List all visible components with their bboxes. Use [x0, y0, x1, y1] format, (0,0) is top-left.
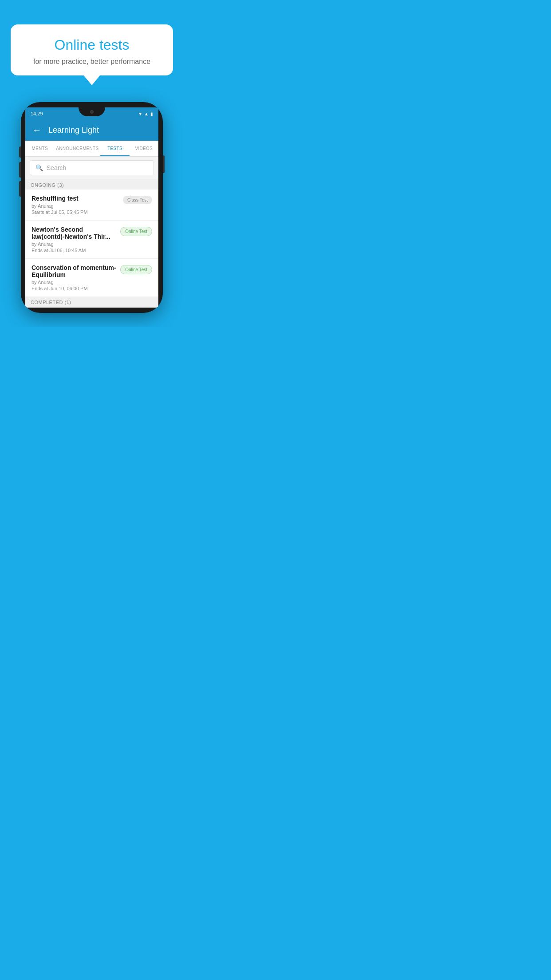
test-badge-1: Class Test [123, 196, 152, 204]
test-date-1: Starts at Jul 05, 05:45 PM [31, 209, 119, 215]
test-date-2: Ends at Jul 06, 10:45 AM [31, 248, 117, 253]
wifi-icon: ▼ [138, 111, 142, 116]
test-author-2: by Anurag [31, 241, 117, 247]
volume-up-button [19, 146, 21, 158]
phone-mockup: 14:29 ▼ ▲ ▮ ← Learning Light MENTS [21, 102, 163, 313]
test-info-1: Reshuffling test by Anurag Starts at Jul… [31, 195, 123, 215]
front-camera [90, 110, 94, 114]
volume-down-button [19, 162, 21, 178]
test-author-1: by Anurag [31, 203, 119, 209]
test-badge-2: Online Test [120, 227, 152, 236]
test-item-3[interactable]: Conservation of momentum-Equilibrium by … [25, 259, 158, 297]
test-info-3: Conservation of momentum-Equilibrium by … [31, 264, 120, 291]
tests-list: Reshuffling test by Anurag Starts at Jul… [25, 190, 158, 297]
tab-videos[interactable]: VIDEOS [130, 141, 158, 156]
back-button[interactable]: ← [32, 125, 41, 135]
app-title: Learning Light [48, 126, 99, 135]
tabs-bar: MENTS ANNOUNCEMENTS TESTS VIDEOS [25, 141, 158, 157]
tab-tests[interactable]: TESTS [100, 141, 129, 156]
app-header: ← Learning Light [25, 120, 158, 141]
speech-bubble-title: Online tests [24, 37, 160, 53]
test-name-3: Conservation of momentum-Equilibrium [31, 264, 117, 278]
speech-bubble: Online tests for more practice, better p… [11, 24, 173, 75]
signal-icon: ▲ [144, 111, 149, 116]
test-author-3: by Anurag [31, 280, 117, 285]
completed-section-header: COMPLETED (1) [25, 297, 158, 308]
notch [79, 107, 105, 116]
search-icon: 🔍 [35, 164, 43, 171]
power-button [163, 155, 165, 173]
test-date-3: Ends at Jun 10, 06:00 PM [31, 286, 117, 291]
status-icons: ▼ ▲ ▮ [138, 111, 153, 116]
tab-announcements[interactable]: ANNOUNCEMENTS [54, 141, 100, 156]
test-item-2[interactable]: Newton's Second law(contd)-Newton's Thir… [25, 221, 158, 259]
battery-icon: ▮ [150, 111, 153, 116]
test-name-1: Reshuffling test [31, 195, 119, 202]
speech-bubble-subtitle: for more practice, better performance [24, 58, 160, 66]
app-screen: ← Learning Light MENTS ANNOUNCEMENTS TES… [25, 120, 158, 308]
ongoing-section-header: ONGOING (3) [25, 179, 158, 190]
test-item-1[interactable]: Reshuffling test by Anurag Starts at Jul… [25, 190, 158, 221]
search-placeholder: Search [47, 164, 66, 171]
test-name-2: Newton's Second law(contd)-Newton's Thir… [31, 226, 117, 240]
phone-body: 14:29 ▼ ▲ ▮ ← Learning Light MENTS [21, 102, 163, 313]
test-info-2: Newton's Second law(contd)-Newton's Thir… [31, 226, 120, 253]
search-bar[interactable]: 🔍 Search [30, 160, 154, 175]
clock: 14:29 [31, 111, 43, 116]
tab-ments[interactable]: MENTS [25, 141, 54, 156]
status-bar: 14:29 ▼ ▲ ▮ [25, 107, 158, 120]
test-badge-3: Online Test [120, 265, 152, 274]
mute-button [19, 181, 21, 197]
